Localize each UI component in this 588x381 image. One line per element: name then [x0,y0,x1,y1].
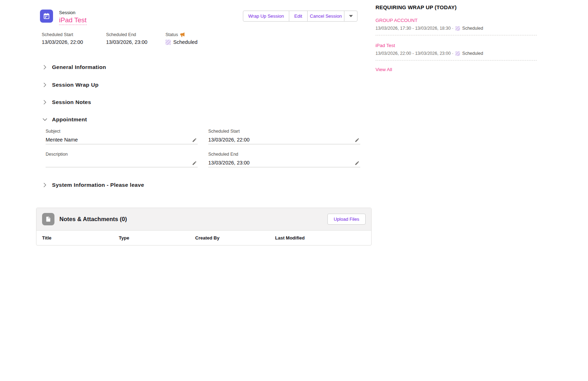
header-field-scheduled-start: Scheduled Start 13/03/2026, 22:00 [42,32,83,45]
column-created-by: Created By [195,235,275,241]
status-image-placeholder-icon [455,26,460,31]
header-field-status: Status Scheduled [165,32,198,45]
more-actions-button[interactable] [344,11,357,21]
chevron-right-icon [42,183,47,187]
record-header: Session iPad Test [40,10,87,25]
description-field: Description [46,152,198,167]
list-item: iPad Test 13/03/2026, 22:00 - 13/03/2026… [375,42,537,60]
section-title: Appointment [52,116,87,123]
wrap-up-session-button[interactable]: Wrap Up Session [243,11,289,21]
entity-label: Session [59,10,87,15]
scheduled-end-value: 13/03/2026, 23:00 [208,160,250,166]
section-title: Session Wrap Up [52,82,99,88]
section-title: General Information [52,64,106,70]
chevron-right-icon [42,82,47,87]
notes-table-header: Title Type Created By Last Modified [36,230,371,245]
edit-button[interactable]: Edit [289,11,307,21]
record-header-text: Session iPad Test [59,10,87,25]
session-link-ipad-test[interactable]: iPad Test [375,43,395,48]
subject-value: Mentee Name [46,137,78,143]
section-title: System Information - Please leave [52,182,144,188]
session-time-range: 13/03/2026, 17:30 - 13/03/2026, 18:30 · [375,26,453,31]
edit-pencil-icon[interactable] [191,161,198,166]
session-time-range: 13/03/2026, 22:00 - 13/03/2026, 23:00 · [375,51,453,56]
field-value-row: 13/03/2026, 22:00 [208,134,360,144]
panel-heading: REQUIRING WRAP UP (TODAY) [375,4,537,10]
field-label: Subject [46,129,198,134]
record-title-link[interactable]: iPad Test [59,16,87,25]
subject-field: Subject Mentee Name [46,129,198,144]
session-status: Scheduled [462,51,483,56]
upload-files-button[interactable]: Upload Files [327,214,366,225]
status-image-placeholder-icon [455,51,460,56]
divider [375,35,537,35]
chevron-down-icon [349,15,353,17]
session-record-page: Session iPad Test Wrap Up Session Edit C… [0,0,588,381]
status-value-text: Scheduled [173,39,198,45]
scheduled-start-field: Scheduled Start 13/03/2026, 22:00 [208,129,360,144]
requiring-wrap-up-panel: REQUIRING WRAP UP (TODAY) GROUP ACCOUNT … [375,4,537,73]
record-actions: Wrap Up Session Edit Cancel Session [243,11,357,22]
field-value: 13/03/2026, 23:00 [106,39,147,45]
session-meta: 13/03/2026, 22:00 - 13/03/2026, 23:00 · … [375,51,537,56]
field-label: Scheduled Start [208,129,360,134]
view-all-link[interactable]: View All [375,67,392,72]
field-value-row: Mentee Name [46,134,198,144]
edit-pencil-icon[interactable] [354,161,360,166]
section-title: Session Notes [52,99,91,105]
field-value-row: 13/03/2026, 23:00 [208,157,360,167]
section-general-information[interactable]: General Information [42,64,106,71]
header-field-scheduled-end: Scheduled End 13/03/2026, 23:00 [106,32,147,45]
session-meta: 13/03/2026, 17:30 - 13/03/2026, 18:30 · … [375,26,537,31]
calendar-glyph [43,12,50,20]
section-system-information[interactable]: System Information - Please leave [42,181,144,189]
chevron-down-icon [42,117,47,122]
list-item: GROUP ACCOUNT 13/03/2026, 17:30 - 13/03/… [375,17,537,35]
notes-card-header: Notes & Attachments (0) Upload Files [36,208,371,230]
section-session-notes[interactable]: Session Notes [42,99,91,106]
field-label: Description [46,152,198,157]
chevron-right-icon [42,100,47,105]
section-appointment[interactable]: Appointment [42,116,87,123]
edit-pencil-icon[interactable] [191,138,198,143]
scheduled-start-value: 13/03/2026, 22:00 [208,137,250,143]
column-last-modified: Last Modified [275,235,371,241]
field-label: Scheduled End [106,32,147,37]
chevron-right-icon [42,65,47,70]
field-label: Status [165,32,198,37]
field-value: 13/03/2026, 22:00 [42,39,83,45]
column-type: Type [119,235,195,241]
field-value-row [46,157,198,167]
notes-card-title: Notes & Attachments (0) [59,216,127,223]
divider [375,60,537,60]
cancel-session-button[interactable]: Cancel Session [307,11,344,21]
scheduled-end-field: Scheduled End 13/03/2026, 23:00 [208,152,360,167]
column-title: Title [42,235,119,241]
status-image-placeholder-icon [165,40,171,45]
session-object-icon [40,10,53,23]
note-icon [42,213,54,225]
session-status: Scheduled [462,26,483,31]
field-label: Scheduled Start [42,32,83,37]
megaphone-icon [180,32,185,37]
appointment-fields: Subject Mentee Name Scheduled Start 13/0… [46,129,360,167]
field-label-text: Status [165,32,178,37]
edit-pencil-icon[interactable] [354,138,360,143]
session-link-group-account[interactable]: GROUP ACCOUNT [375,18,418,23]
section-session-wrap-up[interactable]: Session Wrap Up [42,81,99,88]
notes-attachments-card: Notes & Attachments (0) Upload Files Tit… [36,208,372,246]
field-value: Scheduled [165,39,198,45]
field-label: Scheduled End [208,152,360,157]
